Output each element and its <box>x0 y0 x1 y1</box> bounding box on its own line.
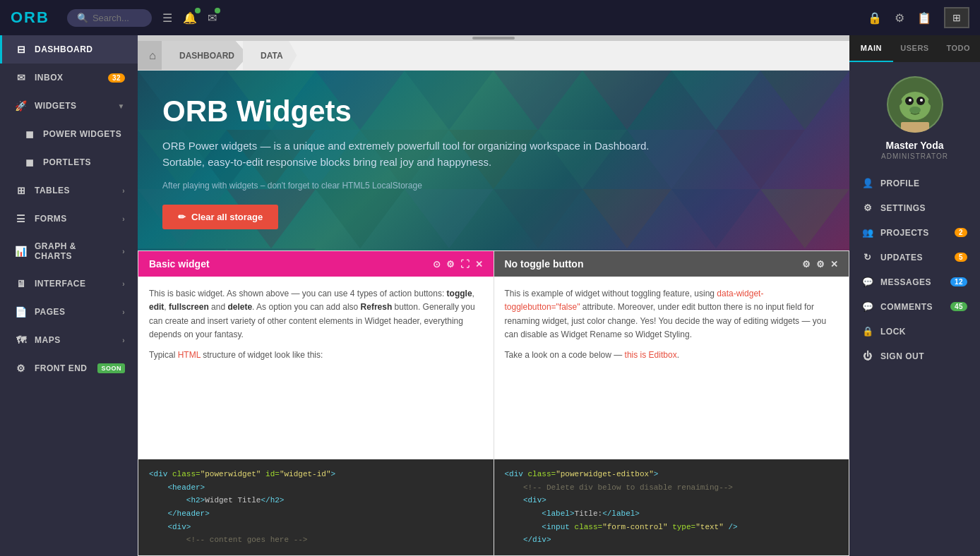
notification-badge <box>195 8 201 13</box>
editbox-link[interactable]: this is Editbox <box>625 350 677 360</box>
brand-logo[interactable]: ORB <box>11 8 49 27</box>
code-line: </div> <box>505 533 839 547</box>
mail-icon[interactable]: ✉ <box>208 11 217 25</box>
code-block-basic: <div class="powerwidget" id="widget-id">… <box>138 459 494 555</box>
tab-main-label: Main <box>861 44 882 52</box>
pages-icon: 📄 <box>15 306 28 318</box>
chevron-right-icon: › <box>122 308 125 316</box>
svg-marker-26 <box>227 248 316 250</box>
search-bar[interactable]: 🔍 <box>67 9 152 27</box>
breadcrumb: ⌂ Dashboard Data <box>138 41 849 71</box>
settings-icon[interactable]: ⚙ <box>895 11 904 25</box>
svg-point-31 <box>909 99 912 102</box>
widget-delete-icon[interactable]: ✕ <box>830 259 838 270</box>
sidebar-item-tables[interactable]: ⊞ Tables › <box>0 176 138 205</box>
code-line: <label>Title:</label> <box>505 507 839 521</box>
code-line: <header> <box>149 481 483 495</box>
right-menu-lock[interactable]: 🔒 Lock <box>849 319 980 344</box>
widget-edit2-icon[interactable]: ⚙ <box>816 259 825 270</box>
tab-main[interactable]: Main <box>849 35 893 62</box>
widget-edit-icon[interactable]: ⚙ <box>446 259 455 270</box>
breadcrumb-dashboard[interactable]: Dashboard <box>162 41 249 70</box>
widget-toggle-icon[interactable]: ⊙ <box>433 259 441 270</box>
sidebar-item-forms[interactable]: ☰ Forms › <box>0 205 138 233</box>
mail-badge <box>215 8 220 13</box>
chevron-right-icon: › <box>122 280 125 288</box>
clear-storage-button[interactable]: ✏ Clear all storage <box>162 205 278 229</box>
widget-delete-icon[interactable]: ✕ <box>475 259 483 270</box>
sidebar-item-portlets[interactable]: ◼ Portlets <box>0 148 138 176</box>
svg-rect-36 <box>901 122 929 133</box>
settings-icon: ⚙ <box>862 203 873 213</box>
widgets-icon: 🚀 <box>15 100 28 111</box>
sidebar-item-maps[interactable]: 🗺 Maps › <box>0 326 138 354</box>
tab-users[interactable]: Users <box>893 35 937 62</box>
comments-icon: 💬 <box>862 301 873 312</box>
hero-content: ORB Widgets ORB Power widgets — is a uni… <box>162 95 825 229</box>
sidebar-item-label: Dashboard <box>35 44 125 54</box>
code-line: <div class="powerwidget-editbox"> <box>505 468 839 481</box>
sidebar-item-frontend[interactable]: ⚙ Front End SOON <box>0 354 138 382</box>
widget-edit-icon[interactable]: ⚙ <box>802 259 811 270</box>
clear-storage-label: Clear all storage <box>191 212 263 222</box>
right-menu-messages[interactable]: 💬 Messages 12 <box>849 270 980 294</box>
main-layout: ⊟ Dashboard ✉ Inbox 32 🚀 Widgets ▼ ◼ Pow… <box>0 35 980 556</box>
updates-icon: ↻ <box>862 252 873 262</box>
right-menu-signout[interactable]: ⏻ Sign Out <box>849 344 980 368</box>
sidebar-item-pages[interactable]: 📄 Pages › <box>0 298 138 326</box>
sidebar-item-inbox[interactable]: ✉ Inbox 32 <box>0 64 138 92</box>
sidebar-item-graph-charts[interactable]: 📊 Graph & Charts › <box>0 233 138 270</box>
widgets-row: Basic widget ⊙ ⚙ ⛶ ✕ This is basic widge… <box>138 250 849 556</box>
right-menu-comments[interactable]: 💬 Comments 45 <box>849 294 980 319</box>
sidebar-item-dashboard[interactable]: ⊟ Dashboard <box>0 35 138 64</box>
avatar <box>887 76 943 133</box>
code-line: <!-- content goes here --> <box>149 533 483 547</box>
search-input[interactable] <box>92 13 149 23</box>
no-toggle-widget: No toggle button ⚙ ⚙ ✕ This is example o… <box>494 250 850 556</box>
widget-body-basic: This is basic widget. As shown above — y… <box>138 277 494 459</box>
sidebar-item-widgets[interactable]: 🚀 Widgets ▼ <box>0 92 138 120</box>
lock-icon: 🔒 <box>862 326 873 337</box>
chevron-down-icon: ▼ <box>118 102 125 110</box>
tab-todo[interactable]: Todo <box>936 35 980 62</box>
hero-banner: ORB Widgets ORB Power widgets — is a uni… <box>138 71 849 250</box>
right-menu-settings[interactable]: ⚙ Settings <box>849 195 980 220</box>
svg-point-32 <box>920 99 923 102</box>
tab-todo-label: Todo <box>946 44 970 52</box>
sidebar-item-label: Graph & Charts <box>35 241 115 261</box>
maps-icon: 🗺 <box>15 334 28 346</box>
widget-title: No toggle button <box>505 258 803 270</box>
lock-icon[interactable]: 🔒 <box>868 11 882 25</box>
right-menu-profile[interactable]: 👤 Profile <box>849 171 980 195</box>
widget-text: This is example of widget without toggli… <box>505 287 839 342</box>
portlets-icon: ◼ <box>23 157 36 168</box>
hero-title-bold: ORB <box>162 95 228 128</box>
terminal-button[interactable]: ⊞ <box>944 7 969 28</box>
sidebar-item-power-widgets[interactable]: ◼ Power Widgets <box>0 120 138 148</box>
comments-label: Comments <box>880 302 943 312</box>
right-menu-projects[interactable]: 👥 Projects 2 <box>849 220 980 245</box>
right-menu-updates[interactable]: ↻ Updates 5 <box>849 245 980 270</box>
messages-label: Messages <box>880 277 943 287</box>
chevron-right-icon: › <box>122 337 125 344</box>
soon-badge: SOON <box>97 363 125 373</box>
code-block-notoggle: <div class="powerwidget-editbox"> <!-- D… <box>494 459 849 555</box>
chart-icon: 📊 <box>15 246 28 257</box>
power-widgets-icon: ◼ <box>23 128 36 140</box>
sidebar-item-interface[interactable]: 🖥 Interface › <box>0 270 138 298</box>
eraser-icon: ✏ <box>178 212 186 222</box>
notifications-icon[interactable]: 🔔 <box>183 11 197 25</box>
data-attr-link[interactable]: data-widget-togglebutton="false" <box>505 289 764 312</box>
html-link[interactable]: HTML <box>178 350 201 360</box>
settings-label: Settings <box>880 203 967 213</box>
content-area: ⌂ Dashboard Data <box>138 35 849 556</box>
inbox-icon: ✉ <box>15 72 28 83</box>
breadcrumb-data[interactable]: Data <box>243 41 297 70</box>
clipboard-icon[interactable]: 📋 <box>917 11 931 25</box>
menu-icon[interactable]: ☰ <box>162 11 172 25</box>
widget-fullscreen-icon[interactable]: ⛶ <box>460 259 470 270</box>
projects-icon: 👥 <box>862 227 873 238</box>
right-panel: Main Users Todo <box>849 35 980 556</box>
scroll-handle[interactable] <box>138 35 849 41</box>
hero-title: ORB Widgets <box>162 95 825 128</box>
